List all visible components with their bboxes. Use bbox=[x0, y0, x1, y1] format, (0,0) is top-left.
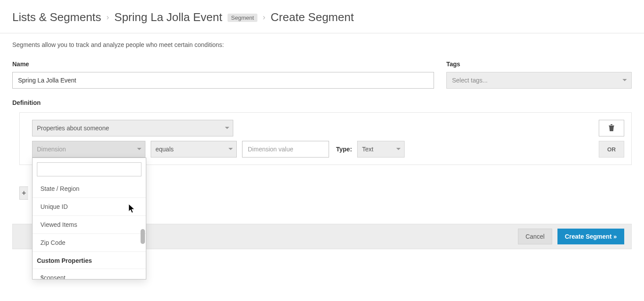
name-input[interactable] bbox=[12, 72, 434, 89]
dimension-group-custom-properties: Custom Properties bbox=[33, 252, 146, 269]
type-label: Type: bbox=[336, 146, 352, 153]
breadcrumb-segment-name[interactable]: Spring La Jolla Event bbox=[114, 11, 222, 24]
scrollbar-thumb[interactable] bbox=[141, 229, 145, 244]
condition-type-dropdown[interactable]: Properties about someone bbox=[32, 120, 233, 136]
dimension-option-viewed-items[interactable]: Viewed Items bbox=[33, 216, 146, 234]
add-condition-button[interactable]: + bbox=[19, 186, 28, 200]
caret-down-icon bbox=[225, 127, 229, 129]
breadcrumb-lists-segments[interactable]: Lists & Segments bbox=[12, 11, 101, 24]
svg-rect-0 bbox=[609, 125, 614, 126]
cancel-button[interactable]: Cancel bbox=[518, 229, 552, 244]
caret-down-icon bbox=[137, 148, 141, 150]
dimension-option-unique-id[interactable]: Unique ID bbox=[33, 198, 146, 216]
tags-label: Tags bbox=[446, 61, 632, 68]
dimension-search-input[interactable] bbox=[37, 162, 141, 176]
segment-badge: Segment bbox=[228, 14, 257, 22]
operator-dropdown[interactable]: equals bbox=[151, 141, 237, 158]
condition-type-value: Properties about someone bbox=[37, 125, 109, 132]
definition-label: Definition bbox=[12, 99, 632, 106]
or-button[interactable]: OR bbox=[599, 141, 624, 158]
svg-rect-1 bbox=[611, 124, 612, 125]
breadcrumb-current: Create Segment bbox=[271, 11, 354, 24]
caret-down-icon bbox=[228, 148, 233, 150]
chevron-right-icon: › bbox=[263, 13, 265, 22]
caret-down-icon bbox=[396, 148, 401, 150]
delete-condition-button[interactable] bbox=[599, 120, 624, 136]
dimension-menu: State / Region Unique ID Viewed Items Zi… bbox=[32, 158, 146, 280]
dimension-dropdown[interactable]: Dimension State / Region Unique ID Viewe… bbox=[32, 141, 145, 158]
dimension-option-state-region[interactable]: State / Region bbox=[33, 180, 146, 198]
breadcrumb: Lists & Segments › Spring La Jolla Event… bbox=[0, 0, 644, 33]
dimension-placeholder: Dimension bbox=[37, 146, 66, 153]
name-label: Name bbox=[12, 61, 434, 68]
operator-value: equals bbox=[156, 146, 174, 153]
dimension-option-zip-code[interactable]: Zip Code bbox=[33, 234, 146, 252]
create-segment-button[interactable]: Create Segment » bbox=[557, 229, 624, 244]
dimension-value-input[interactable] bbox=[242, 141, 329, 158]
chevron-right-icon: › bbox=[106, 13, 109, 22]
type-value: Text bbox=[362, 146, 373, 153]
definition-card: Properties about someone bbox=[19, 112, 632, 165]
dimension-option-consent[interactable]: $consent bbox=[33, 269, 146, 279]
intro-text: Segments allow you to track and analyze … bbox=[12, 41, 632, 48]
tags-select[interactable]: Select tags... bbox=[446, 72, 632, 89]
plus-icon: + bbox=[22, 189, 26, 197]
type-select[interactable]: Text bbox=[357, 141, 405, 158]
trash-icon bbox=[608, 124, 615, 133]
caret-down-icon bbox=[622, 79, 627, 82]
dimension-list[interactable]: State / Region Unique ID Viewed Items Zi… bbox=[33, 180, 146, 279]
tags-placeholder: Select tags... bbox=[452, 77, 488, 84]
